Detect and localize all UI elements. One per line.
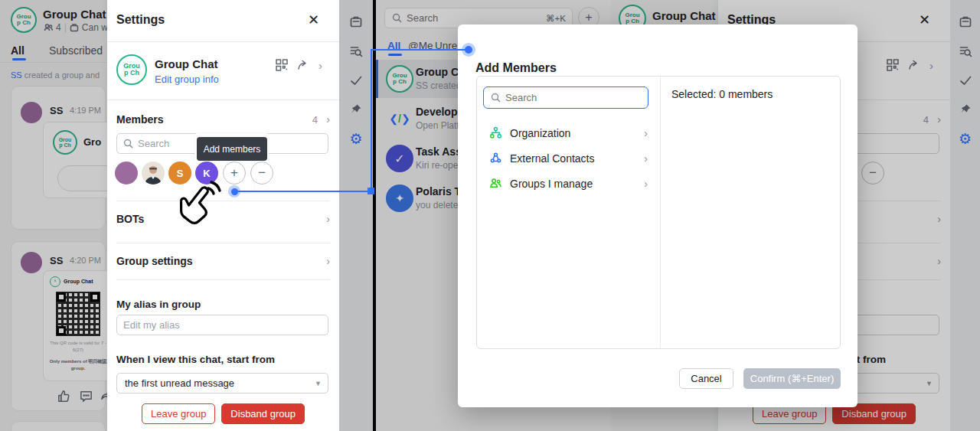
annotation-handle bbox=[368, 188, 374, 194]
topic-message-card[interactable]: SS 4:20 PM G Group Chat This QR code is … bbox=[11, 241, 106, 411]
forward-icon[interactable] bbox=[100, 389, 107, 403]
like-icon[interactable] bbox=[57, 389, 71, 403]
close-icon[interactable]: ✕ bbox=[308, 13, 319, 27]
category-groups-i-manage[interactable]: Groups I manage › bbox=[477, 173, 660, 194]
annotation-dot-target bbox=[462, 43, 475, 57]
announcement-icon bbox=[70, 23, 79, 32]
cancel-button[interactable]: Cancel bbox=[679, 368, 733, 389]
group-avatar: G bbox=[50, 276, 60, 287]
add-members-tooltip: Add members bbox=[197, 137, 267, 161]
app-screenshot: Grou p Ch Group Chat 4 | Can w All Subsc… bbox=[0, 0, 980, 431]
chevron-right-icon: › bbox=[644, 178, 648, 189]
search-shortcut: ⌘+K bbox=[546, 13, 566, 24]
caret-down-icon: ▼ bbox=[926, 380, 933, 387]
selected-indicator bbox=[376, 60, 378, 98]
caret-down-icon: ▼ bbox=[315, 380, 322, 387]
selected-count: Selected: 0 members bbox=[671, 88, 773, 100]
members-chevron-icon[interactable]: › bbox=[326, 114, 330, 125]
settings-gear-icon[interactable]: ⚙ bbox=[959, 132, 972, 145]
chat-title: Group Chat bbox=[652, 9, 716, 22]
group-name: Group Chat bbox=[155, 57, 218, 70]
share-icon[interactable] bbox=[908, 59, 920, 71]
tab-subscribed[interactable]: Subscribed bbox=[49, 44, 103, 57]
member-avatar-1[interactable] bbox=[115, 162, 138, 184]
annotation-connector-h1 bbox=[234, 191, 371, 192]
settings-gear-icon[interactable]: ⚙ bbox=[349, 132, 362, 145]
tasks-icon[interactable] bbox=[349, 73, 363, 87]
view-start-label: When I view this chat, start from bbox=[116, 354, 275, 365]
members-count: 4 bbox=[923, 114, 929, 126]
avatar bbox=[21, 252, 42, 273]
view-start-value: the first unread message bbox=[123, 377, 310, 389]
global-search-input[interactable] bbox=[407, 12, 541, 24]
search-messages-icon[interactable] bbox=[349, 44, 363, 58]
annotation-dot-source bbox=[228, 185, 240, 198]
topic-message-card[interactable]: SS 4:19 PM Group Ch Gro bbox=[11, 86, 106, 230]
search-icon bbox=[491, 93, 501, 103]
group-avatar[interactable]: Group Ch bbox=[116, 54, 147, 85]
add-members-modal: Add Members Organization › External bbox=[458, 24, 858, 407]
side-toolbar: ⚙ bbox=[339, 0, 373, 431]
qr-card[interactable]: G Group Chat This QR code is valid for 7… bbox=[43, 270, 107, 381]
qr-code-icon[interactable] bbox=[887, 59, 899, 71]
board-icon[interactable] bbox=[959, 15, 972, 29]
members-count: 4 bbox=[312, 114, 318, 126]
search-icon bbox=[392, 13, 402, 23]
danger-buttons-row: Leave group Disband group bbox=[107, 403, 339, 424]
timestamp: 4:19 PM bbox=[70, 106, 101, 115]
members-icon bbox=[44, 23, 53, 32]
tab-all-underline bbox=[12, 58, 26, 60]
organization-icon bbox=[489, 126, 502, 139]
timestamp: 4:20 PM bbox=[70, 256, 101, 265]
chevron-right-icon: › bbox=[644, 128, 648, 139]
pin-icon[interactable] bbox=[959, 103, 972, 116]
qr-code-icon[interactable] bbox=[276, 59, 288, 71]
group-settings-chevron-icon[interactable]: › bbox=[326, 256, 330, 266]
modal-title: Add Members bbox=[475, 61, 557, 75]
search-messages-icon[interactable] bbox=[959, 44, 972, 58]
side-toolbar-2: ⚙ bbox=[950, 0, 980, 431]
remove-member-button[interactable]: − bbox=[861, 162, 884, 184]
author: SS bbox=[50, 255, 63, 266]
alias-label: My alias in group bbox=[116, 299, 201, 310]
invite-card[interactable]: Group Ch Gro bbox=[43, 122, 107, 198]
category-external-contacts[interactable]: External Contacts › bbox=[477, 148, 660, 168]
close-icon[interactable]: ✕ bbox=[919, 13, 930, 27]
remove-member-button[interactable]: − bbox=[250, 162, 273, 184]
bots-chevron-icon[interactable]: › bbox=[326, 214, 330, 224]
group-settings-chevron-icon[interactable]: › bbox=[937, 256, 941, 266]
author: SS bbox=[50, 105, 63, 116]
chat-subtitle: 4 | Can w bbox=[44, 22, 107, 33]
tab-all[interactable]: All bbox=[11, 44, 24, 57]
board-icon[interactable] bbox=[349, 15, 363, 29]
share-icon[interactable] bbox=[297, 59, 309, 71]
annotation-connector-v bbox=[371, 49, 372, 192]
pin-icon[interactable] bbox=[349, 103, 363, 116]
modal-search-input[interactable] bbox=[505, 92, 641, 103]
alias-input[interactable] bbox=[123, 319, 322, 331]
category-organization[interactable]: Organization › bbox=[477, 122, 660, 143]
tasks-icon[interactable] bbox=[959, 73, 972, 87]
view-start-select[interactable]: the first unread message ▼ bbox=[116, 373, 328, 393]
search-icon bbox=[123, 139, 133, 149]
modal-footer: Cancel Confirm (⌘+Enter) bbox=[679, 368, 841, 389]
bots-chevron-icon[interactable]: › bbox=[937, 214, 941, 224]
qr-note: Only members of 明日確認group. bbox=[47, 358, 107, 372]
chevron-right-icon[interactable]: › bbox=[318, 60, 322, 71]
alias-box[interactable] bbox=[116, 315, 328, 335]
chevron-right-icon[interactable]: › bbox=[929, 60, 933, 71]
disband-group-button[interactable]: Disband group bbox=[221, 403, 305, 424]
task-assistant-icon: ✓ bbox=[386, 145, 413, 172]
confirm-button[interactable]: Confirm (⌘+Enter) bbox=[743, 368, 841, 389]
members-chevron-icon[interactable]: › bbox=[937, 114, 941, 125]
modal-search-box[interactable] bbox=[483, 87, 648, 109]
group-settings-label[interactable]: Group settings bbox=[116, 255, 193, 267]
settings-title: Settings bbox=[116, 13, 165, 27]
window-seam bbox=[373, 0, 376, 431]
edit-group-info-link[interactable]: Edit group info bbox=[155, 73, 219, 85]
comment-icon[interactable] bbox=[79, 389, 93, 403]
card-button[interactable] bbox=[57, 165, 107, 191]
member-avatar-2-photo[interactable] bbox=[142, 162, 165, 184]
leave-group-button[interactable]: Leave group bbox=[142, 403, 215, 424]
topic-chat-column: Grou p Ch Group Chat 4 | Can w All Subsc… bbox=[0, 0, 107, 431]
